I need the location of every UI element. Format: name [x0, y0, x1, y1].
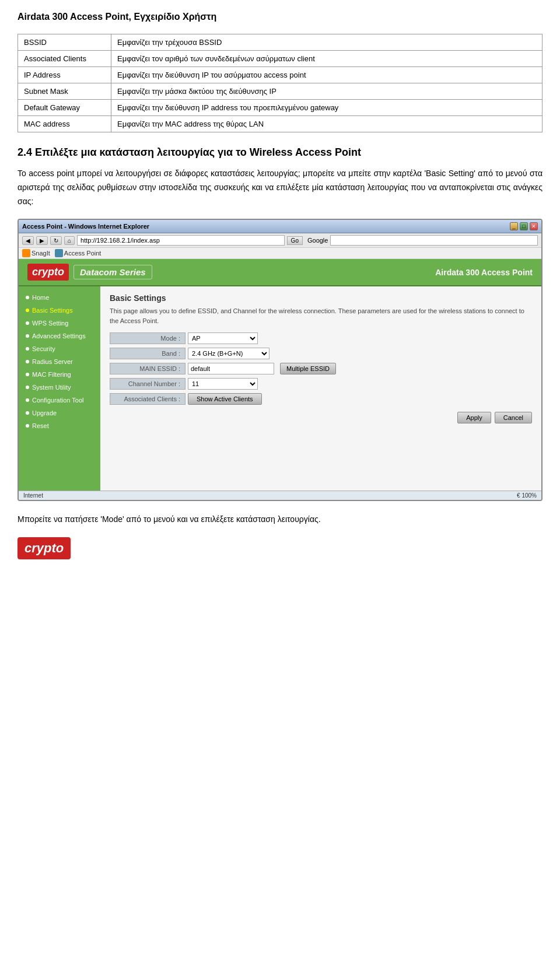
sidebar-item-home[interactable]: Home [19, 291, 100, 304]
ap-product-title: Airdata 300 Access Point [435, 268, 533, 277]
ap-logo-area: crypto Datacom Series [27, 264, 152, 281]
footer-logo: crypto [18, 537, 71, 559]
sidebar-item-label: WPS Setting [32, 320, 68, 327]
sidebar-bullet-icon [26, 347, 29, 351]
maximize-button[interactable]: □ [520, 222, 528, 230]
sidebar-bullet-icon [26, 386, 29, 389]
action-row: Apply Cancel [110, 412, 532, 423]
settings-description: This page allows you to define ESSID, an… [110, 306, 532, 325]
table-row: Default GatewayΕμφανίζει την διεύθυνση I… [18, 100, 542, 116]
sidebar-item-advanced-settings[interactable]: Advanced Settings [19, 330, 100, 342]
table-cell-desc: Εμφανίζει την MAC address της θύρας LAN [111, 116, 542, 132]
cancel-button[interactable]: Cancel [495, 412, 532, 423]
browser-window: Access Point - Windows Internet Explorer… [18, 219, 542, 501]
status-right: € 100% [517, 492, 537, 499]
channel-label: Channel Number : [110, 378, 186, 390]
sidebar-bullet-icon [26, 398, 29, 402]
refresh-button[interactable]: ↻ [50, 236, 62, 245]
sidebar-item-basic-settings[interactable]: Basic Settings [19, 304, 100, 317]
channel-select[interactable]: 11 [188, 378, 258, 390]
band-select[interactable]: 2.4 GHz (B+G+N) [188, 348, 270, 359]
sidebar-item-mac-filtering[interactable]: MAC Filtering [19, 368, 100, 381]
window-controls: _ □ ✕ [510, 222, 538, 230]
back-button[interactable]: ◀ [22, 236, 34, 245]
sidebar-item-system-utility[interactable]: System Utility [19, 381, 100, 394]
sidebar-item-label: System Utility [32, 384, 71, 391]
sidebar-item-radius-server[interactable]: Radius Server [19, 355, 100, 368]
sidebar-item-label: Configuration Tool [32, 397, 83, 404]
sidebar-bullet-icon [26, 373, 29, 376]
sidebar-item-label: Radius Server [32, 358, 73, 365]
sidebar-item-reset[interactable]: Reset [19, 419, 100, 432]
footer-logo-area: crypto [18, 537, 542, 559]
table-cell-label: Default Gateway [18, 100, 111, 116]
ap-fav-icon [55, 249, 63, 257]
sidebar-item-wps-setting[interactable]: WPS Setting [19, 317, 100, 330]
mode-select[interactable]: AP [188, 332, 258, 344]
footer-text: Μπορείτε να πατήσετε 'Mode' από το μενού… [18, 513, 542, 527]
table-row: IP AddressΕμφανίζει την διεύθυνση IP του… [18, 67, 542, 83]
table-row: Subnet MaskΕμφανίζει την μάσκα δικτύου τ… [18, 83, 542, 100]
favorites-bar: SnagIt Access Point [19, 248, 541, 259]
close-button[interactable]: ✕ [530, 222, 538, 230]
sidebar-bullet-icon [26, 411, 29, 415]
section-heading: 2.4 Επιλέξτε μια κατάσταση λειτουργίας γ… [18, 146, 542, 159]
minimize-button[interactable]: _ [510, 222, 518, 230]
sidebar-item-label: Security [32, 345, 55, 352]
table-cell-desc: Εμφανίζει την διεύθυνση IP address του π… [111, 100, 542, 116]
table-row: MAC addressΕμφανίζει την MAC address της… [18, 116, 542, 132]
table-cell-desc: Εμφανίζει την τρέχουσα BSSID [111, 34, 542, 51]
browser-statusbar: Internet € 100% [19, 491, 541, 500]
mode-label: Mode : [110, 332, 186, 344]
table-cell-label: MAC address [18, 116, 111, 132]
snagit-icon [22, 249, 30, 257]
page-title: Airdata 300 Access Point, Εγχειρίδιο Χρή… [18, 12, 542, 22]
home-button[interactable]: ⌂ [64, 236, 75, 245]
sidebar-bullet-icon [26, 334, 29, 338]
sidebar-item-label: Advanced Settings [32, 332, 86, 339]
snagit-favorite[interactable]: SnagIt [22, 249, 50, 257]
assoc-clients-row: Associated Clients : Show Active Clients [110, 393, 532, 405]
address-bar[interactable] [77, 235, 285, 246]
channel-row: Channel Number : 11 [110, 378, 532, 390]
basic-settings-title: Basic Settings [110, 293, 532, 303]
apply-button[interactable]: Apply [457, 412, 491, 423]
body-text: Το access point μπορεί να λειτουργήσει σ… [18, 167, 542, 208]
browser-titlebar: Access Point - Windows Internet Explorer… [19, 220, 541, 233]
sidebar-item-security[interactable]: Security [19, 342, 100, 355]
status-left: Internet [23, 492, 43, 499]
band-label: Band : [110, 348, 186, 359]
forward-button[interactable]: ▶ [36, 236, 48, 245]
table-cell-desc: Εμφανίζει τον αριθμό των συνδεδεμένων ασ… [111, 51, 542, 67]
ap-main-content: Basic Settings This page allows you to d… [100, 286, 541, 491]
sidebar-item-label: Reset [32, 422, 49, 429]
ap-header: crypto Datacom Series Airdata 300 Access… [19, 259, 541, 286]
table-cell-desc: Εμφανίζει την διεύθυνση IP του ασύρματου… [111, 67, 542, 83]
show-active-clients-button[interactable]: Show Active Clients [188, 393, 262, 405]
sidebar-bullet-icon [26, 424, 29, 428]
table-cell-label: BSSID [18, 34, 111, 51]
search-label: Google [307, 237, 328, 244]
sidebar-item-label: Upgrade [32, 409, 57, 416]
table-cell-label: Subnet Mask [18, 83, 111, 100]
sidebar-bullet-icon [26, 321, 29, 325]
sidebar-item-label: Basic Settings [32, 307, 73, 314]
search-input[interactable] [330, 235, 538, 246]
table-row: BSSIDΕμφανίζει την τρέχουσα BSSID [18, 34, 542, 51]
multiple-essid-button[interactable]: Multiple ESSID [280, 363, 336, 374]
sidebar-bullet-icon [26, 296, 29, 299]
sidebar-bullet-icon [26, 360, 29, 363]
browser-toolbar: ◀ ▶ ↻ ⌂ Go Google [19, 233, 541, 248]
go-button[interactable]: Go [287, 236, 303, 245]
essid-input[interactable] [188, 363, 274, 374]
essid-row: MAIN ESSID : Multiple ESSID [110, 363, 532, 374]
sidebar-item-label: MAC Filtering [32, 371, 71, 378]
sidebar-item-configuration-tool[interactable]: Configuration Tool [19, 394, 100, 407]
table-cell-desc: Εμφανίζει την μάσκα δικτύου της διεύθυνσ… [111, 83, 542, 100]
essid-label: MAIN ESSID : [110, 363, 186, 374]
access-point-favorite[interactable]: Access Point [55, 249, 102, 257]
assoc-clients-label: Associated Clients : [110, 393, 186, 405]
sidebar-item-upgrade[interactable]: Upgrade [19, 407, 100, 419]
browser-content: HomeBasic SettingsWPS SettingAdvanced Se… [19, 286, 541, 491]
ap-sidebar: HomeBasic SettingsWPS SettingAdvanced Se… [19, 286, 100, 491]
